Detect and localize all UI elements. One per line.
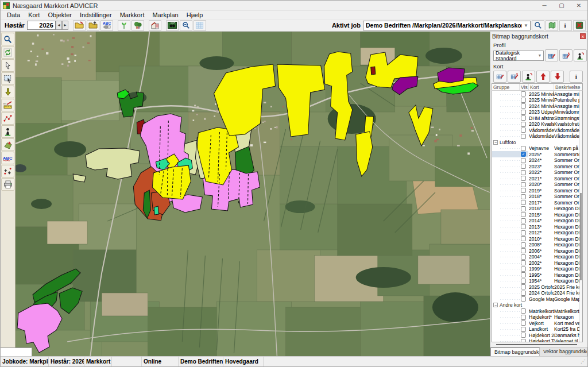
year-prev-button[interactable]: ◄ <box>56 21 62 30</box>
panel-close-icon[interactable]: x <box>580 33 586 39</box>
layer-visibility-checkbox[interactable] <box>521 146 526 151</box>
layer-row[interactable]: 2012*Hexagon DDO <box>492 230 582 236</box>
layer-row[interactable]: VådområdepcVådområdepot <box>492 127 582 133</box>
layer-row[interactable]: 2006*Hexagon DDO <box>492 248 582 254</box>
active-job-select[interactable]: Demo Bedriften /Markplan/2026/Markkort/M… <box>363 21 531 30</box>
layer-row[interactable]: ✓2025*Sommerortofot <box>492 151 582 157</box>
collapse-icon[interactable]: − <box>493 303 498 307</box>
layer-visibility-checkbox[interactable] <box>521 176 526 181</box>
layer-row[interactable]: 2022*Sommer Ortofc <box>492 169 582 176</box>
layer-row[interactable]: VådområdepcVådområdepot <box>492 133 582 140</box>
field-polygon[interactable] <box>154 206 158 215</box>
layer-visibility-checkbox[interactable] <box>521 333 526 338</box>
find-field-button[interactable] <box>166 20 179 31</box>
layer-row[interactable]: 2020*Sommer Ortofc <box>492 181 582 188</box>
layer-row[interactable]: 2010*Hexagon DDO <box>492 235 582 242</box>
polyline-tool-button[interactable] <box>1 112 14 125</box>
move-down-button[interactable] <box>551 71 564 83</box>
layer-visibility-checkbox[interactable] <box>521 122 526 127</box>
layer-visibility-checkbox[interactable] <box>521 182 526 187</box>
layer-row[interactable]: Google MapsGoogle Maps <box>492 296 582 302</box>
select-tool-button[interactable] <box>1 59 14 72</box>
layer-visibility-checkbox[interactable] <box>521 284 526 289</box>
layer-visibility-checkbox[interactable] <box>521 188 526 193</box>
layer-visibility-checkbox[interactable] <box>521 266 526 272</box>
select-area-button[interactable] <box>1 72 14 85</box>
layer-visibility-checkbox[interactable] <box>521 236 526 241</box>
menu-item-objekter[interactable]: Objekter <box>44 11 76 20</box>
layer-visibility-checkbox[interactable] <box>521 134 526 139</box>
layer-row[interactable]: 1999*Hexagon DDO <box>492 266 582 272</box>
layer-row[interactable]: Højdekort*Hexagon <box>492 314 582 320</box>
profile-copy-button[interactable] <box>559 49 572 61</box>
crop-button[interactable] <box>118 20 130 31</box>
close-button[interactable]: ✕ <box>570 1 587 11</box>
layer-visibility-checkbox[interactable] <box>521 224 526 229</box>
scrollbar-thumb[interactable] <box>580 193 582 280</box>
field-plan-button[interactable]: HH <box>131 20 144 31</box>
layer-visibility-checkbox[interactable] <box>521 164 526 169</box>
walk-field-button[interactable] <box>1 125 14 138</box>
menu-item-kort[interactable]: Kort <box>24 11 44 20</box>
layer-row[interactable]: VejkortKort med vejna <box>492 320 582 326</box>
layer-row[interactable]: 2019*Sommer Ortofc <box>492 187 582 194</box>
spellcheck-button[interactable]: ABC <box>100 20 113 31</box>
save-job-button[interactable] <box>87 20 99 31</box>
layer-row[interactable]: 2021*Sommer Ortofc <box>492 175 582 181</box>
layer-visibility-checkbox[interactable] <box>521 128 526 133</box>
layer-visibility-checkbox[interactable] <box>521 110 526 115</box>
resize-grip[interactable]: ⋰ <box>581 357 587 366</box>
text-label-button[interactable]: ABC <box>1 152 14 164</box>
layer-visibility-checkbox[interactable] <box>521 158 526 163</box>
farm-button[interactable] <box>149 20 161 31</box>
layer-visibility-checkbox[interactable] <box>521 206 526 211</box>
layer-visibility-checkbox[interactable] <box>521 91 526 96</box>
layer-visibility-checkbox[interactable] <box>521 320 526 326</box>
layer-visibility-checkbox[interactable] <box>521 308 526 314</box>
layer-visibility-checkbox[interactable] <box>521 200 526 205</box>
layer-visibility-checkbox[interactable] <box>521 218 526 223</box>
layer-visibility-checkbox[interactable] <box>521 272 526 277</box>
horizontal-scrollbar[interactable] <box>492 343 583 346</box>
layer-visibility-checkbox[interactable] <box>521 254 526 260</box>
layer-visibility-checkbox[interactable] <box>521 212 526 217</box>
layer-row[interactable]: 2008*Hexagon DDO <box>492 242 582 248</box>
exit-button[interactable] <box>573 20 586 31</box>
maximize-button[interactable]: ▢ <box>553 1 570 11</box>
vertical-scrollbar[interactable] <box>579 91 582 342</box>
layer-row[interactable]: 2016*Hexagon DDO <box>492 206 582 212</box>
layer-row[interactable]: 2025 Ortofoto2025 Frie kortc <box>492 284 582 290</box>
tab-bitmap-baggrundskort[interactable]: Bitmap baggrundskort <box>490 347 540 356</box>
map-edit-button[interactable] <box>493 71 506 83</box>
profile-select[interactable]: Datalogisk Standard ▼ <box>493 51 544 61</box>
search-job-button[interactable] <box>532 20 544 31</box>
scrollbar-thumb[interactable] <box>496 344 577 345</box>
profile-user-button[interactable] <box>574 49 587 61</box>
layer-row[interactable]: 2017*Sommer Ortofc <box>492 199 582 206</box>
layer-visibility-checkbox[interactable] <box>521 170 526 175</box>
draw-field-button[interactable] <box>1 138 14 151</box>
map-user-button[interactable] <box>522 71 535 83</box>
layer-visibility-checkbox[interactable] <box>521 291 526 296</box>
layer-row[interactable]: 2025 MinivådoPotentielle plac <box>492 97 582 103</box>
layer-row[interactable]: 2025 MinivådoAnsøgte minivå <box>492 91 582 97</box>
layer-row[interactable]: VejnavneVejnavn på Ort <box>492 145 582 152</box>
layer-row[interactable]: 1954*Hexagon DDO <box>492 278 582 284</box>
harvest-year-input[interactable] <box>27 21 56 30</box>
field-polygon[interactable] <box>371 67 376 75</box>
menu-item-hjælp[interactable]: Hjælp <box>183 11 207 20</box>
layer-visibility-checkbox[interactable] <box>521 279 526 284</box>
layer-row[interactable]: DHM afstrømrStrømningsveje <box>492 115 582 121</box>
zoom-tool-button[interactable] <box>1 33 14 45</box>
menu-item-markkort[interactable]: Markkort <box>116 11 149 20</box>
tab-vektor-baggrundskort[interactable]: Vektor baggrundskort <box>540 347 587 356</box>
layer-row[interactable]: 2013*Hexagon DDO <box>492 223 582 230</box>
collapse-icon[interactable]: − <box>493 140 498 145</box>
layer-row[interactable]: 2023*Sommer Ortofc <box>492 163 582 169</box>
layer-group-row[interactable]: −Andre kort <box>492 302 582 308</box>
layer-row[interactable]: 2024*Sommer Ortofc <box>492 157 582 164</box>
grid-button[interactable] <box>194 20 206 31</box>
layer-row[interactable]: 1995*Hexagon DDO <box>492 272 582 278</box>
edit-nodes-button[interactable] <box>1 165 14 177</box>
layer-visibility-checkbox[interactable]: ✓ <box>521 152 526 157</box>
